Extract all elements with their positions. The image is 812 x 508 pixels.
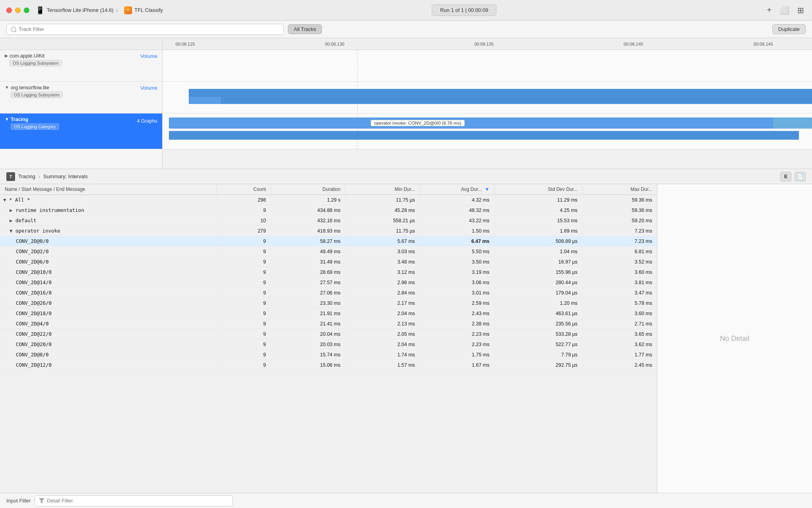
col-count[interactable]: Count	[217, 184, 271, 195]
cell-max-dur: 6.81 ms	[582, 246, 657, 257]
cell-name: CONV_2D@12/0	[0, 360, 217, 370]
cell-min-dur: 2.96 ms	[345, 277, 420, 288]
col-name[interactable]: Name / Start Message / End Message	[0, 184, 217, 195]
fullscreen-button[interactable]	[24, 8, 29, 13]
cell-min-dur: 45.28 ms	[345, 205, 420, 216]
cell-std-dev: 533.28 µs	[494, 329, 582, 339]
table-row[interactable]: ▼ * All * 298 1.29 s 11.75 µs 4.32 ms 11…	[0, 195, 657, 205]
table-row[interactable]: CONV_2D@0/0 9 58.27 ms 5.67 ms 6.47 ms 5…	[0, 236, 657, 246]
cell-min-dur: 558.21 µs	[345, 216, 420, 226]
cell-std-dev: 292.75 µs	[494, 360, 582, 370]
table-row[interactable]: CONV_2D@18/0 9 21.91 ms 2.04 ms 2.43 ms …	[0, 308, 657, 319]
table-row[interactable]: CONV_2D@2/0 9 49.49 ms 3.03 ms 5.50 ms 1…	[0, 246, 657, 257]
timeline-area: ▶ com.apple.UIKit OS Logging Subsystem V…	[0, 38, 812, 169]
bottom-bar: Input Filter	[0, 493, 812, 508]
table-row[interactable]: CONV_2D@26/0 9 23.30 ms 2.17 ms 2.59 ms …	[0, 298, 657, 308]
titlebar: 📱 Tensorflow Lite iPhone (14.6) › 🏆 TFL …	[0, 0, 812, 21]
app-icon: 🏆	[124, 6, 132, 14]
uikit-expand-btn[interactable]: ▶	[5, 53, 10, 58]
breadcrumb-actions: E 📄	[780, 172, 806, 181]
table-row[interactable]: CONV_2D@6/0 9 31.49 ms 3.48 ms 3.50 ms 1…	[0, 257, 657, 267]
cell-count: 9	[217, 339, 271, 350]
cell-max-dur: 59.36 ms	[582, 195, 657, 205]
minimize-button[interactable]	[15, 8, 21, 13]
cell-name: CONV_2D@20/0	[0, 339, 217, 350]
run-info: Run 1 of 1 | 00:00:09	[432, 4, 496, 16]
cell-max-dur: 3.65 ms	[582, 329, 657, 339]
table-row[interactable]: CONV_2D@14/0 9 27.57 ms 2.96 ms 3.06 ms …	[0, 277, 657, 288]
cell-std-dev: 509.89 µs	[494, 236, 582, 246]
table-row[interactable]: CONV_2D@16/0 9 27.06 ms 2.84 ms 3.01 ms …	[0, 288, 657, 298]
detail-filter-field[interactable]	[47, 498, 228, 504]
breadcrumb-doc-btn[interactable]: 📄	[795, 172, 806, 181]
cell-duration: 31.49 ms	[271, 257, 345, 267]
table-row[interactable]: CONV_2D@10/0 9 28.69 ms 3.12 ms 3.19 ms …	[0, 267, 657, 277]
svg-marker-2	[39, 498, 44, 503]
col-max-dur[interactable]: Max Dur...	[582, 184, 657, 195]
expand-icon[interactable]: ▶	[10, 207, 15, 213]
cell-std-dev: 179.04 µs	[494, 288, 582, 298]
add-button[interactable]: +	[765, 4, 773, 16]
cell-std-dev: 463.61 µs	[494, 308, 582, 319]
col-std-dev[interactable]: Std Dev Dur...	[494, 184, 582, 195]
cell-max-dur: 3.47 ms	[582, 288, 657, 298]
table-row[interactable]: ▼ operator invoke 279 418.93 ms 11.75 µs…	[0, 226, 657, 236]
cell-avg-dur: 43.22 ms	[420, 216, 494, 226]
cell-std-dev: 16.97 µs	[494, 257, 582, 267]
cell-duration: 1.29 s	[271, 195, 345, 205]
cell-max-dur: 7.23 ms	[582, 226, 657, 236]
detail-filter-input[interactable]	[34, 495, 233, 506]
toolbar: All Tracks Duplicate	[0, 21, 812, 38]
cell-std-dev: 235.56 µs	[494, 319, 582, 329]
cell-max-dur: 3.62 ms	[582, 339, 657, 350]
cell-max-dur: 2.45 ms	[582, 360, 657, 370]
table-row[interactable]: CONV_2D@20/0 9 20.03 ms 2.04 ms 2.23 ms …	[0, 339, 657, 350]
cell-min-dur: 5.67 ms	[345, 236, 420, 246]
uikit-track-viz	[163, 50, 812, 82]
all-tracks-button[interactable]: All Tracks	[288, 24, 322, 34]
close-button[interactable]	[6, 8, 12, 13]
window-button[interactable]: ⬜	[778, 4, 791, 17]
cell-avg-dur: 3.19 ms	[420, 267, 494, 277]
tensorflow-expand-btn[interactable]: ▼	[5, 85, 11, 90]
cell-count: 9	[217, 236, 271, 246]
cell-std-dev: 4.25 ms	[494, 205, 582, 216]
cell-count: 9	[217, 205, 271, 216]
table-row[interactable]: ▶ default 10 432.16 ms 558.21 µs 43.22 m…	[0, 216, 657, 226]
cell-duration: 58.27 ms	[271, 236, 345, 246]
col-avg-dur[interactable]: Avg Dur... ▼	[420, 184, 494, 195]
cell-min-dur: 3.48 ms	[345, 257, 420, 267]
expand-icon[interactable]: ▶	[10, 217, 15, 223]
table-row[interactable]: CONV_2D@22/0 9 20.04 ms 2.05 ms 2.23 ms …	[0, 329, 657, 339]
table-row[interactable]: CONV_2D@12/0 9 15.06 ms 1.57 ms 1.67 ms …	[0, 360, 657, 370]
breadcrumb-separator: ›	[38, 173, 40, 179]
expand-icon[interactable]: ▼	[3, 197, 9, 203]
col-duration[interactable]: Duration	[271, 184, 345, 195]
table-row[interactable]: ▶ runtime instrumentation 9 434.88 ms 45…	[0, 205, 657, 216]
ruler-mark-3: 00:08.140	[624, 42, 643, 46]
duplicate-button[interactable]: Duplicate	[772, 24, 806, 34]
tracing-expand-btn[interactable]: ▼	[5, 117, 11, 121]
expand-icon[interactable]: ▼	[10, 228, 15, 234]
cell-count: 9	[217, 277, 271, 288]
layout-button[interactable]: ⊞	[796, 4, 806, 17]
cell-name: CONV_2D@2/0	[0, 246, 217, 257]
cell-max-dur: 3.60 ms	[582, 267, 657, 277]
track-filter-input[interactable]	[19, 26, 280, 32]
cell-std-dev: 155.96 µs	[494, 267, 582, 277]
col-min-dur[interactable]: Min Dur...	[345, 184, 420, 195]
cell-duration: 418.93 ms	[271, 226, 345, 236]
intervals-table[interactable]: Name / Start Message / End Message Count…	[0, 184, 657, 493]
cell-avg-dur: 3.50 ms	[420, 257, 494, 267]
cell-name: CONV_2D@26/0	[0, 298, 217, 308]
cell-duration: 28.69 ms	[271, 267, 345, 277]
track-filter[interactable]	[6, 24, 284, 35]
tensorflow-bar-small	[189, 97, 221, 104]
breadcrumb-parent[interactable]: Tracing	[18, 173, 35, 179]
table-row[interactable]: CONV_2D@4/0 9 21.41 ms 2.13 ms 2.38 ms 2…	[0, 319, 657, 329]
cell-max-dur: 3.52 ms	[582, 257, 657, 267]
cell-name: CONV_2D@6/0	[0, 257, 217, 267]
breadcrumb-list-btn[interactable]: E	[780, 172, 791, 181]
table-row[interactable]: CONV_2D@8/0 9 15.74 ms 1.74 ms 1.75 ms 7…	[0, 350, 657, 360]
tensorflow-track-label: ▼ org.tensorflow.lite OS Logging Subsyst…	[0, 82, 162, 114]
